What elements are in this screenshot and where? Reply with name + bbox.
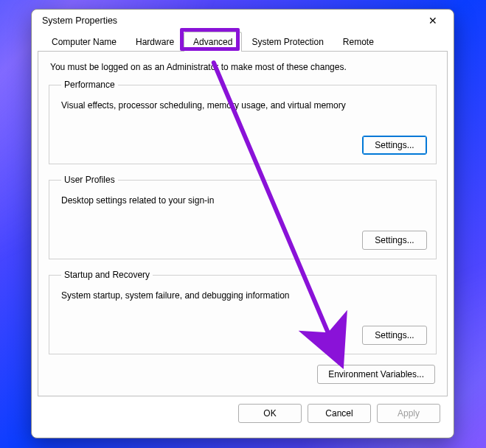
window-title: System Properties <box>42 15 117 26</box>
group-startup-recovery-desc: System startup, system failure, and debu… <box>61 290 427 301</box>
close-icon: ✕ <box>428 15 437 27</box>
dialog-button-row: OK Cancel Apply <box>38 396 448 432</box>
group-startup-recovery: Startup and Recovery System startup, sys… <box>49 270 437 354</box>
group-user-profiles-legend: User Profiles <box>61 175 118 185</box>
tabstrip: Computer Name Hardware Advanced System P… <box>38 31 448 51</box>
tab-system-protection[interactable]: System Protection <box>242 32 333 52</box>
tab-hardware[interactable]: Hardware <box>126 32 184 52</box>
group-startup-recovery-legend: Startup and Recovery <box>61 270 153 280</box>
tab-advanced[interactable]: Advanced <box>184 32 242 52</box>
user-profiles-settings-button[interactable]: Settings... <box>362 231 427 250</box>
apply-button[interactable]: Apply <box>377 404 440 423</box>
group-performance-legend: Performance <box>61 80 118 90</box>
titlebar: System Properties ✕ <box>32 10 454 31</box>
ok-button[interactable]: OK <box>238 404 302 423</box>
environment-variables-button[interactable]: Environment Variables... <box>317 365 435 384</box>
group-user-profiles-desc: Desktop settings related to your sign-in <box>61 195 427 206</box>
performance-settings-button[interactable]: Settings... <box>362 136 427 155</box>
group-performance-desc: Visual effects, processor scheduling, me… <box>61 100 427 111</box>
tab-pane-advanced: You must be logged on as an Administrato… <box>38 51 448 396</box>
dialog-body: Computer Name Hardware Advanced System P… <box>32 31 454 438</box>
cancel-button[interactable]: Cancel <box>308 404 371 423</box>
startup-recovery-settings-button[interactable]: Settings... <box>362 326 427 345</box>
system-properties-dialog: System Properties ✕ Computer Name Hardwa… <box>31 9 454 438</box>
tab-computer-name[interactable]: Computer Name <box>42 32 126 52</box>
admin-notice: You must be logged on as an Administrato… <box>50 62 437 72</box>
tab-remote[interactable]: Remote <box>333 32 383 52</box>
group-performance: Performance Visual effects, processor sc… <box>49 80 437 164</box>
close-button[interactable]: ✕ <box>418 10 448 31</box>
group-user-profiles: User Profiles Desktop settings related t… <box>49 175 437 259</box>
